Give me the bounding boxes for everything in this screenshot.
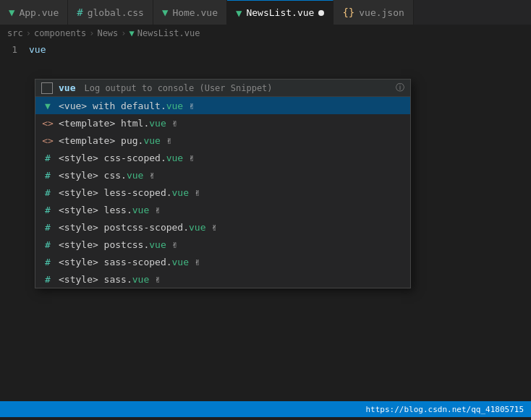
autocomplete-item-4[interactable]: # <style> css.vue ✌️ — [35, 166, 410, 184]
item-text: <style> less.vue ✌️ — [59, 205, 161, 215]
autocomplete-item-2[interactable]: <> <template> pug.vue ✌️ — [35, 132, 410, 149]
autocomplete-item-1[interactable]: <> <template> html.vue ✌️ — [35, 114, 410, 132]
autocomplete-item-10[interactable]: # <style> sass.vue ✌️ — [35, 270, 410, 288]
tab-label: Home.vue — [172, 7, 218, 18]
css-hash-icon: # — [41, 187, 54, 198]
css-icon: # — [77, 7, 82, 18]
item-text: <vue> with default.vue ✌️ — [59, 100, 195, 111]
css-hash-icon: # — [41, 274, 54, 285]
html-icon: <> — [41, 118, 54, 129]
css-hash-icon: # — [41, 153, 54, 163]
breadcrumb-sep: › — [121, 28, 126, 38]
breadcrumb-components: components — [34, 28, 86, 38]
snippet-icon — [41, 82, 53, 94]
css-hash-icon: # — [41, 205, 54, 215]
tab-newslist-vue[interactable]: ▼ NewsList.vue — [227, 0, 334, 25]
autocomplete-item-8[interactable]: # <style> postcss.vue ✌️ — [35, 236, 410, 253]
css-hash-icon: # — [41, 239, 54, 250]
item-text: <template> pug.vue ✌️ — [59, 135, 172, 146]
autocomplete-dropdown: vue Log output to console (User Snippet)… — [35, 79, 411, 288]
css-hash-icon: # — [41, 222, 54, 233]
tab-label: vue.json — [359, 7, 404, 18]
breadcrumb: src › components › News › ▼ NewsList.vue — [0, 25, 531, 41]
autocomplete-item-3[interactable]: # <style> css-scoped.vue ✌️ — [35, 149, 410, 166]
autocomplete-item-6[interactable]: # <style> less.vue ✌️ — [35, 201, 410, 218]
autocomplete-item-0[interactable]: ▼ <vue> with default.vue ✌️ — [35, 97, 410, 114]
css-hash-icon: # — [41, 170, 54, 181]
autocomplete-item-9[interactable]: # <style> sass-scoped.vue ✌️ — [35, 253, 410, 270]
vue-icon: ▼ — [41, 100, 54, 111]
autocomplete-item-7[interactable]: # <style> postcss-scoped.vue ✌️ — [35, 218, 410, 236]
vue-icon: ▼ — [162, 7, 168, 18]
line-content-1: vue — [29, 44, 46, 55]
item-text: <style> sass.vue ✌️ — [59, 274, 161, 285]
line-number-1: 1 — [0, 44, 29, 55]
vue-icon: ▼ — [9, 7, 14, 18]
vue-small-icon: ▼ — [129, 28, 135, 38]
tab-bar: ▼ App.vue # global.css ▼ Home.vue ▼ News… — [0, 0, 531, 25]
autocomplete-header-name: vue — [59, 82, 75, 93]
autocomplete-header: vue Log output to console (User Snippet)… — [35, 80, 410, 97]
status-bar: https://blog.csdn.net/qq_41805715 — [0, 401, 531, 417]
breadcrumb-src: src — [7, 28, 23, 38]
item-text: <style> css-scoped.vue ✌️ — [59, 153, 195, 163]
item-text: <style> postcss.vue ✌️ — [59, 239, 177, 250]
css-hash-icon: # — [41, 257, 54, 267]
autocomplete-header-desc: Log output to console (User Snippet) — [84, 83, 272, 93]
item-text: <style> postcss-scoped.vue ✌️ — [59, 222, 217, 233]
tab-label: NewsList.vue — [246, 7, 314, 18]
status-url: https://blog.csdn.net/qq_41805715 — [365, 405, 524, 414]
editor-area: 1 vue vue Log output to console (User Sn… — [0, 41, 531, 417]
autocomplete-info-icon: ⓘ — [396, 82, 404, 94]
breadcrumb-sep: › — [26, 28, 31, 38]
modified-dot — [318, 10, 324, 16]
item-text: <template> html.vue ✌️ — [59, 118, 177, 129]
tab-global-css[interactable]: # global.css — [68, 0, 153, 25]
breadcrumb-news: News — [97, 28, 118, 38]
tab-label: global.css — [88, 7, 144, 18]
autocomplete-item-5[interactable]: # <style> less-scoped.vue ✌️ — [35, 184, 410, 201]
html-icon: <> — [41, 135, 54, 146]
tab-vue-json[interactable]: {} vue.json — [334, 0, 413, 25]
code-line-1: 1 vue — [0, 41, 531, 57]
breadcrumb-sep: › — [89, 28, 94, 38]
item-text: <style> sass-scoped.vue ✌️ — [59, 257, 200, 267]
vue-icon: ▼ — [236, 7, 242, 19]
json-icon: {} — [342, 7, 354, 18]
tab-app-vue[interactable]: ▼ App.vue — [0, 0, 68, 25]
item-text: <style> less-scoped.vue ✌️ — [59, 187, 200, 198]
tab-home-vue[interactable]: ▼ Home.vue — [153, 0, 227, 25]
tab-label: App.vue — [19, 7, 59, 18]
item-text: <style> css.vue ✌️ — [59, 170, 155, 181]
breadcrumb-file: NewsList.vue — [137, 28, 200, 38]
